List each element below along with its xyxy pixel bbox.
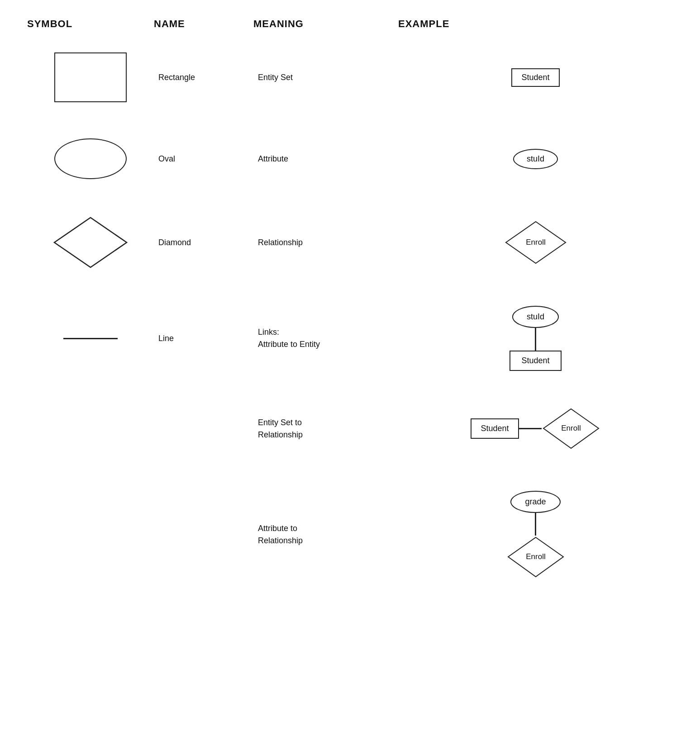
- oval-example-shape: stuId: [513, 149, 558, 169]
- er-diagram-reference: SYMBOL NAME MEANING EXAMPLE Rectangle En…: [0, 0, 700, 619]
- attr-rel-connector: [535, 513, 536, 536]
- svg-marker-0: [54, 218, 127, 267]
- line-meaning-line2: Attribute to Entity: [258, 340, 320, 349]
- attr-rel-oval: grade: [510, 491, 560, 513]
- table-row: Oval Attribute stuId: [27, 134, 673, 184]
- rectangle-name: Rectangle: [154, 73, 253, 82]
- line-example-oval-label: stuId: [527, 312, 544, 321]
- diamond-name: Diamond: [154, 238, 253, 247]
- line-name: Line: [154, 334, 253, 343]
- header-meaning: MEANING: [253, 18, 398, 34]
- table-row: Diamond Relationship Enroll: [27, 211, 673, 274]
- line-symbol: [63, 338, 118, 339]
- oval-symbol-cell: [27, 134, 154, 184]
- diamond-example-shape: Enroll: [504, 220, 567, 265]
- header-example: EXAMPLE: [398, 18, 673, 34]
- diamond-example-label: Enroll: [526, 238, 545, 247]
- table-row: Attribute to Relationship grade Enroll: [27, 486, 673, 583]
- attr-rel-diagram: grade Enroll: [506, 491, 565, 579]
- header-name: NAME: [154, 18, 253, 34]
- entity-rel-diagram: Student Enroll: [471, 407, 600, 450]
- table-row: Entity Set to Relationship Student Enrol…: [27, 403, 673, 455]
- entity-rel-rect: Student: [471, 418, 519, 439]
- diamond-meaning: Relationship: [253, 238, 398, 247]
- table-row: Line Links: Attribute to Entity stuId St…: [27, 301, 673, 375]
- entity-rel-diamond: Enroll: [542, 407, 600, 450]
- rectangle-symbol-cell: [27, 48, 154, 107]
- entity-rel-rect-label: Student: [481, 424, 509, 433]
- attr-rel-diamond-label: Enroll: [526, 552, 545, 561]
- entity-rel-meaning-line2: Relationship: [258, 430, 303, 439]
- header-symbol: SYMBOL: [27, 18, 154, 34]
- line-example: stuId Student: [398, 301, 673, 375]
- attr-rel-meaning-line1: Attribute to: [258, 524, 297, 533]
- attr-rel-meaning-line2: Relationship: [258, 536, 303, 545]
- attr-rel-diamond: Enroll: [506, 536, 565, 579]
- line-connector-vertical: [535, 328, 536, 351]
- entity-rel-connector: [519, 428, 542, 429]
- oval-name: Oval: [154, 154, 253, 164]
- diamond-symbol: [52, 215, 129, 270]
- entity-rel-meaning: Entity Set to Relationship: [253, 417, 398, 441]
- rectangle-meaning: Entity Set: [253, 73, 398, 82]
- rectangle-example: Student: [398, 64, 673, 91]
- attr-rel-oval-label: grade: [525, 497, 546, 506]
- line-example-oval: stuId: [512, 306, 559, 328]
- line-meaning: Links: Attribute to Entity: [253, 326, 398, 351]
- diamond-example: Enroll: [398, 215, 673, 270]
- line-meaning-line1: Links:: [258, 327, 279, 337]
- rectangle-symbol: [54, 52, 127, 102]
- line-example-rect-label: Student: [521, 356, 549, 365]
- line-example-diagram: stuId Student: [510, 306, 561, 371]
- attr-rel-meaning: Attribute to Relationship: [253, 522, 398, 547]
- table-header: SYMBOL NAME MEANING EXAMPLE: [27, 18, 673, 34]
- attr-rel-example: grade Enroll: [398, 486, 673, 583]
- line-symbol-cell: [27, 333, 154, 344]
- table-row: Rectangle Entity Set Student: [27, 48, 673, 107]
- oval-example-label: stuId: [527, 154, 544, 163]
- oval-meaning: Attribute: [253, 154, 398, 164]
- oval-example: stuId: [398, 144, 673, 174]
- entity-rel-meaning-line1: Entity Set to: [258, 418, 302, 427]
- entity-rel-diamond-label: Enroll: [561, 424, 581, 432]
- diamond-symbol-cell: [27, 211, 154, 274]
- rectangle-example-shape: Student: [511, 68, 559, 87]
- oval-symbol: [54, 138, 127, 179]
- entity-rel-example: Student Enroll: [398, 403, 673, 455]
- rectangle-example-label: Student: [521, 73, 549, 82]
- line-example-rect: Student: [510, 351, 561, 371]
